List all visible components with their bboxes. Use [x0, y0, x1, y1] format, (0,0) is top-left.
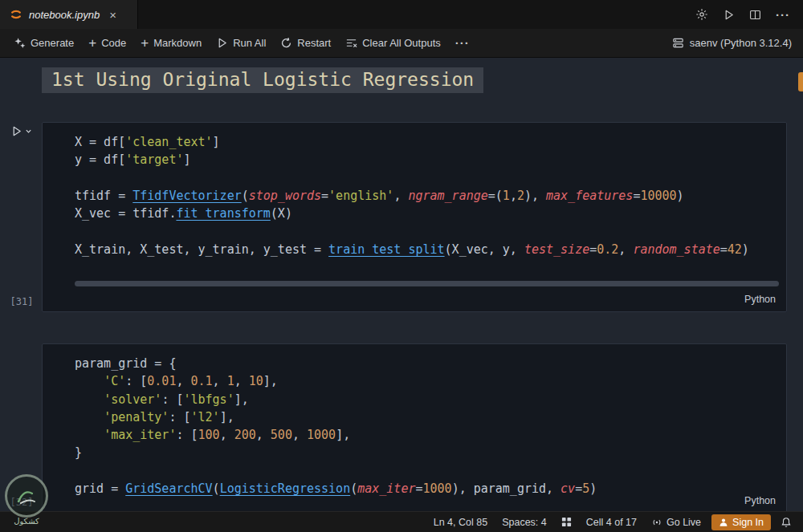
add-markdown-button[interactable]: + Markdown: [133, 33, 209, 54]
restart-button[interactable]: Restart: [273, 33, 338, 54]
cell-language-picker[interactable]: Python: [744, 495, 776, 506]
cursor-position[interactable]: Ln 4, Col 85: [426, 512, 495, 532]
notifications-bell-icon[interactable]: [774, 512, 797, 532]
go-live-button[interactable]: Go Live: [644, 512, 708, 532]
generate-button[interactable]: Generate: [6, 33, 81, 54]
run-all-icon: [216, 37, 228, 49]
kernel-picker[interactable]: saenv (Python 3.12.4): [672, 37, 797, 49]
execution-count: [32]: [5, 497, 39, 508]
plus-icon: +: [88, 36, 96, 50]
close-icon[interactable]: ×: [109, 9, 116, 21]
horizontal-scrollbar[interactable]: [75, 281, 779, 286]
run-icon[interactable]: [723, 9, 735, 21]
sign-in-button[interactable]: Sign In: [711, 514, 771, 530]
run-all-label: Run All: [233, 37, 266, 49]
indentation-setting[interactable]: Spaces: 4: [495, 512, 554, 532]
plus-icon: +: [141, 36, 149, 50]
kernel-icon: [672, 37, 684, 49]
markdown-heading[interactable]: 1st Using Original Logistic Regression: [42, 67, 483, 93]
add-code-button[interactable]: + Code: [81, 33, 133, 54]
run-all-button[interactable]: Run All: [209, 33, 273, 54]
add-markdown-label: Markdown: [153, 37, 202, 49]
code-editor[interactable]: param_grid = { 'C': [0.01, 0.1, 1, 10], …: [43, 344, 786, 497]
kernel-label: saenv (Python 3.12.4): [690, 37, 792, 49]
run-cell-icon: [10, 125, 22, 137]
person-icon: [719, 518, 728, 527]
notebook-editor: 1st Using Original Logistic Regression X…: [0, 58, 803, 511]
code-cell-2[interactable]: param_grid = { 'C': [0.01, 0.1, 1, 10], …: [42, 343, 787, 511]
cell-position-indicator[interactable]: Cell 4 of 17: [579, 512, 644, 532]
broadcast-icon: [651, 517, 662, 528]
clear-all-outputs-button[interactable]: Clear All Outputs: [338, 33, 448, 54]
add-code-label: Code: [101, 37, 126, 49]
toolbar-more-button[interactable]: ···: [448, 33, 477, 54]
settings-gear-icon[interactable]: [695, 8, 708, 21]
jupyter-icon: [10, 8, 22, 21]
tab-title: notebook.ipynb: [29, 9, 100, 21]
chevron-down-icon: [25, 128, 32, 135]
restart-label: Restart: [297, 37, 331, 49]
sparkle-icon: [14, 37, 26, 49]
active-cell-marker: [798, 72, 803, 91]
clear-outputs-label: Clear All Outputs: [362, 37, 441, 49]
code-editor[interactable]: X = df['clean_text']y = df['target'] tfi…: [43, 123, 786, 258]
execution-count: [31]: [5, 296, 39, 307]
editor-actions: ···: [695, 0, 803, 29]
tab-notebook[interactable]: notebook.ipynb ×: [0, 0, 138, 29]
restart-icon: [280, 37, 292, 49]
sign-in-label: Sign In: [732, 517, 764, 528]
clear-outputs-icon: [345, 37, 357, 49]
cell-language-picker[interactable]: Python: [744, 294, 776, 305]
run-cell-button[interactable]: [10, 125, 32, 137]
generate-label: Generate: [31, 37, 74, 49]
more-actions-icon[interactable]: ···: [776, 9, 790, 21]
status-bar: Ln 4, Col 85 Spaces: 4 Cell 4 of 17 Go L…: [0, 511, 803, 532]
tab-bar: notebook.ipynb × ···: [0, 0, 803, 29]
go-live-label: Go Live: [666, 517, 701, 528]
split-editor-icon[interactable]: [749, 9, 761, 21]
notebook-toolbar: Generate + Code + Markdown Run All Resta…: [0, 29, 803, 58]
more-icon: ···: [455, 37, 470, 49]
code-cell-1[interactable]: X = df['clean_text']y = df['target'] tfi…: [42, 122, 787, 312]
extension-grid-icon[interactable]: [554, 512, 579, 532]
